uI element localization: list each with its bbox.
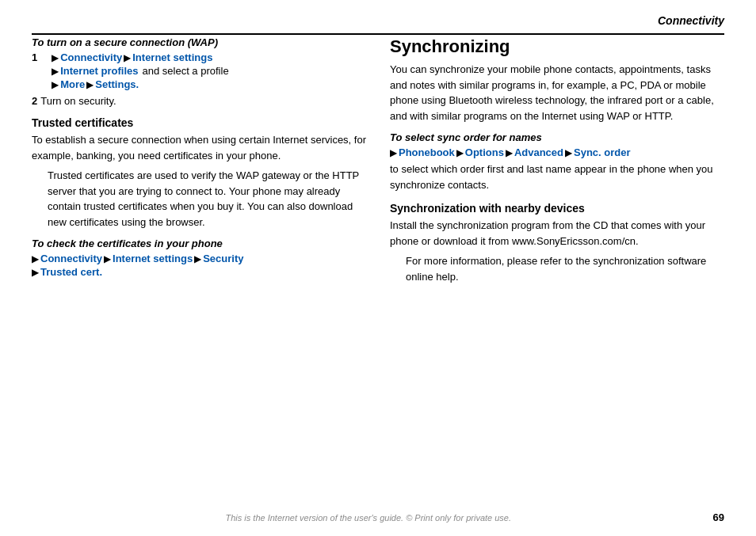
nav-arrow-1: ▶ — [52, 52, 59, 63]
nav-settings: Settings. — [95, 78, 139, 90]
connectivity-title: Connectivity — [658, 14, 724, 27]
check-section: To check the certificates in your phone … — [32, 238, 366, 278]
trusted-title: Trusted certificates — [32, 116, 366, 129]
check-nav-trusted-cert: Trusted cert. — [40, 266, 102, 278]
sync-nav-advanced: Advanced — [514, 146, 563, 158]
sync-nav-options: Options — [465, 146, 504, 158]
check-nav-security: Security — [203, 253, 243, 264]
sync-order-nav: ▶ Phonebook ▶ Options ▶ Advanced ▶ Sync.… — [390, 146, 724, 158]
step-2-text: Turn on security. — [40, 95, 116, 107]
top-divider — [32, 33, 724, 35]
check-nav-arrow-4: ▶ — [32, 267, 39, 278]
nearby-para-2: For more information, please refer to th… — [406, 253, 724, 284]
trusted-section: Trusted certificates To establish a secu… — [32, 116, 366, 230]
nav-arrow-3: ▶ — [52, 66, 59, 77]
footer-text: This is the Internet version of the user… — [32, 513, 705, 523]
nav-connectivity: Connectivity — [60, 51, 122, 63]
page-number: 69 — [713, 511, 724, 523]
nearby-title: Synchronization with nearby devices — [390, 202, 724, 215]
wap-section: To turn on a secure connection (WAP) 1 ▶… — [32, 36, 366, 107]
check-nav-connectivity: Connectivity — [40, 253, 102, 264]
page-header: Connectivity — [0, 0, 756, 33]
step-1-nav-2: ▶ Internet profiles and select a profile — [52, 65, 366, 77]
step-2-number: 2 — [32, 95, 37, 107]
nav-select-profile: and select a profile — [142, 65, 228, 77]
step-1-content: ▶ Connectivity ▶ Internet settings ▶ Int… — [40, 51, 366, 92]
nav-internet-settings: Internet settings — [132, 51, 212, 63]
wap-section-title: To turn on a secure connection (WAP) — [32, 36, 366, 48]
sync-nav-phonebook: Phonebook — [399, 146, 455, 158]
check-nav-arrow-3: ▶ — [194, 253, 201, 264]
trusted-para-2: Trusted certificates are used to verify … — [48, 168, 366, 230]
check-nav-internet-settings: Internet settings — [113, 253, 193, 264]
step-1-number: 1 — [32, 51, 37, 63]
nearby-section: Synchronization with nearby devices Inst… — [390, 202, 724, 284]
check-nav-arrow-2: ▶ — [104, 253, 111, 264]
nearby-para-1: Install the synchronization program from… — [390, 218, 724, 249]
sync-order-suffix: to select which order first and last nam… — [390, 162, 724, 192]
nav-arrow-4: ▶ — [52, 79, 59, 90]
sync-nav-arrow-2: ▶ — [456, 147, 464, 158]
step-1-row: 1 ▶ Connectivity ▶ Internet settings ▶ I… — [32, 51, 366, 92]
check-nav-arrow-1: ▶ — [32, 253, 39, 264]
check-title: To check the certificates in your phone — [32, 238, 366, 249]
sync-order-title: To select sync order for names — [390, 131, 724, 143]
page-footer: This is the Internet version of the user… — [0, 511, 756, 523]
step-1-nav-3: ▶ More ▶ Settings. — [52, 78, 366, 90]
sync-nav-arrow-1: ▶ — [390, 147, 397, 158]
content-area: To turn on a secure connection (WAP) 1 ▶… — [0, 36, 756, 289]
sync-intro: You can synchronize your mobile phone co… — [390, 62, 724, 124]
check-nav-1: ▶ Connectivity ▶ Internet settings ▶ Sec… — [32, 253, 366, 264]
nav-arrow-5: ▶ — [86, 79, 94, 90]
sync-nav-arrow-3: ▶ — [506, 147, 513, 158]
nav-internet-profiles: Internet profiles — [60, 65, 138, 77]
sync-nav-sync-order: Sync. order — [574, 146, 631, 158]
nav-more: More — [60, 78, 85, 90]
step-1-nav-1: ▶ Connectivity ▶ Internet settings — [52, 51, 366, 63]
left-column: To turn on a secure connection (WAP) 1 ▶… — [32, 36, 366, 289]
sync-title: Synchronizing — [390, 36, 724, 57]
step-2-row: 2 Turn on security. — [32, 95, 366, 107]
sync-order-section: To select sync order for names ▶ Phonebo… — [390, 131, 724, 192]
step-2-content: Turn on security. — [40, 95, 366, 107]
nav-arrow-2: ▶ — [124, 52, 131, 63]
sync-nav-arrow-4: ▶ — [565, 147, 572, 158]
trusted-para-1: To establish a secure connection when us… — [32, 132, 366, 163]
check-nav-2: ▶ Trusted cert. — [32, 266, 366, 278]
right-column: Synchronizing You can synchronize your m… — [390, 36, 724, 289]
